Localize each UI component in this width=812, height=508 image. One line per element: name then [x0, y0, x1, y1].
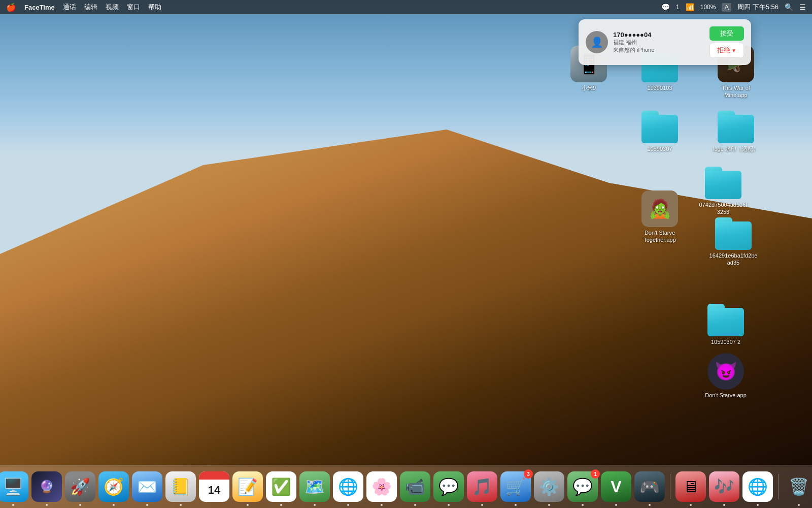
- dock-icon-photos[interactable]: 🌸: [366, 471, 397, 502]
- dock-icon-messages[interactable]: 💬: [433, 471, 464, 502]
- dock-divider-2: [778, 474, 779, 499]
- dst-label: Don't Starve Together.app: [634, 229, 685, 244]
- appstore-badge: 3: [524, 469, 533, 479]
- notification-center-icon[interactable]: ☰: [799, 3, 806, 11]
- dock: 🖥️ 🔮 🚀 🧭 ✉️ 📒 14 📝 ✅ 🗺️ 🌐 🌸 📹 💬 🎵: [0, 465, 812, 508]
- folder-164291-icon: [715, 213, 752, 250]
- dock-icon-music[interactable]: 🎵: [467, 471, 497, 502]
- dock-icon-safari[interactable]: 🧭: [98, 471, 129, 502]
- caller-location: 福建 福州: [613, 39, 704, 46]
- dock-icon-steam[interactable]: 🎮: [634, 471, 665, 502]
- dock-icon-syspref[interactable]: ⚙️: [534, 471, 564, 502]
- dst-icon: 🧟: [641, 190, 678, 227]
- desktop-icon-logo-folder[interactable]: logo 水印（适配）: [710, 107, 761, 152]
- dock-icon-mail[interactable]: ✉️: [132, 471, 162, 502]
- desktop-icon-folder-164291[interactable]: 164291e6ba1fd2bead35: [705, 213, 761, 267]
- desktop-icon-10590307-2[interactable]: 10590307 2: [700, 300, 751, 345]
- menubar-right: 💬 1 📶 100% A 周四 下午5:56 🔍 ☰: [661, 3, 812, 12]
- dock-icon-wechat[interactable]: 💬 1: [567, 471, 598, 502]
- dock-icon-itunes[interactable]: 🎶: [709, 471, 739, 502]
- dock-icon-launchpad[interactable]: 🚀: [65, 471, 95, 502]
- caller-number: 170●●●●●04: [613, 31, 704, 39]
- folder-164291-label: 164291e6ba1fd2bead35: [708, 252, 759, 267]
- menubar-left: 🍎 FaceTime 通话 编辑 视频 窗口 帮助: [0, 3, 161, 12]
- dock-icon-appstore[interactable]: 🛒 3: [500, 471, 531, 502]
- call-buttons: 接受 拒绝 ▼: [709, 26, 744, 58]
- ds-label: Don't Starve.app: [705, 392, 747, 399]
- app-name[interactable]: FaceTime: [24, 4, 55, 11]
- desktop-icon-dst[interactable]: 🧟 Don't Starve Together.app: [634, 190, 685, 244]
- desktop-icon-10590307[interactable]: 10590307: [634, 107, 685, 152]
- dock-icon-finder[interactable]: 🖥️: [0, 471, 28, 502]
- dock-icon-reminders[interactable]: ✅: [266, 471, 296, 502]
- folder-10590307-icon: [641, 107, 678, 143]
- dock-icon-notes[interactable]: 📝: [232, 471, 263, 502]
- dock-icon-trash[interactable]: 🗑️: [784, 471, 812, 502]
- dock-icon-vim[interactable]: V: [601, 471, 631, 502]
- dock-icon-qq1[interactable]: 🖥: [675, 471, 706, 502]
- caller-info: 170●●●●●04 福建 福州 来自您的 iPhone: [613, 31, 704, 54]
- dock-icon-maps[interactable]: 🗺️: [299, 471, 330, 502]
- wechat-status-icon[interactable]: 💬: [661, 3, 670, 11]
- folder-logo-label: logo 水印（适配）: [713, 145, 759, 152]
- wifi-icon[interactable]: 📶: [686, 3, 694, 11]
- menu-window[interactable]: 窗口: [127, 3, 140, 12]
- menu-edit[interactable]: 编辑: [84, 3, 97, 12]
- dock-icon-calendar[interactable]: 14: [199, 471, 229, 502]
- dock-icon-chrome2[interactable]: 🌐: [742, 471, 773, 502]
- wom-label: This War of Mine.app: [710, 84, 761, 99]
- menubar-clock: 周四 下午5:56: [737, 3, 779, 12]
- folder-10590307-2-icon: [707, 300, 744, 336]
- dock-icon-siri[interactable]: 🔮: [31, 471, 62, 502]
- dock-icon-contacts[interactable]: 📒: [165, 471, 196, 502]
- dock-icon-facetime[interactable]: 📹: [400, 471, 430, 502]
- accept-call-button[interactable]: 接受: [709, 26, 744, 41]
- caller-source: 来自您的 iPhone: [613, 46, 704, 54]
- caller-avatar: 👤: [586, 31, 608, 53]
- folder-19390103-label: 19390103: [648, 84, 672, 91]
- menu-call[interactable]: 通话: [63, 3, 76, 12]
- ds-icon: 😈: [707, 353, 744, 390]
- dock-icon-chrome[interactable]: 🌐: [333, 471, 363, 502]
- menu-video[interactable]: 视频: [106, 3, 119, 12]
- desktop: 🍎 FaceTime 通话 编辑 视频 窗口 帮助 💬 1 📶 100% A 周…: [0, 0, 812, 508]
- folder-0742-icon: [705, 163, 741, 199]
- desktop-icon-dont-starve[interactable]: 😈 Don't Starve.app: [700, 353, 751, 399]
- folder-10590307-label: 10590307: [648, 145, 672, 152]
- call-notification: 👤 170●●●●●04 福建 福州 来自您的 iPhone 接受 拒绝 ▼: [579, 19, 751, 65]
- battery-indicator: 100%: [700, 4, 716, 11]
- reject-call-button[interactable]: 拒绝 ▼: [709, 43, 744, 58]
- spotlight-icon[interactable]: 🔍: [785, 3, 793, 11]
- wechat-badge-count: 1: [676, 4, 680, 11]
- menu-help[interactable]: 帮助: [148, 3, 161, 12]
- folder-logo-icon: [718, 107, 754, 143]
- menubar: 🍎 FaceTime 通话 编辑 视频 窗口 帮助 💬 1 📶 100% A 周…: [0, 0, 812, 14]
- input-method-indicator[interactable]: A: [722, 3, 731, 12]
- desktop-icon-folder-0742[interactable]: 0742d75004ad116f3253: [695, 163, 751, 216]
- xiaomi9-label: 小米9: [582, 84, 596, 91]
- folder-10590307-2-label: 10590307 2: [711, 338, 740, 345]
- wechat-dock-badge: 1: [591, 469, 600, 479]
- reject-label: 拒绝: [717, 46, 730, 55]
- apple-menu[interactable]: 🍎: [6, 3, 16, 12]
- dock-divider: [670, 474, 670, 499]
- reject-chevron: ▼: [731, 48, 736, 53]
